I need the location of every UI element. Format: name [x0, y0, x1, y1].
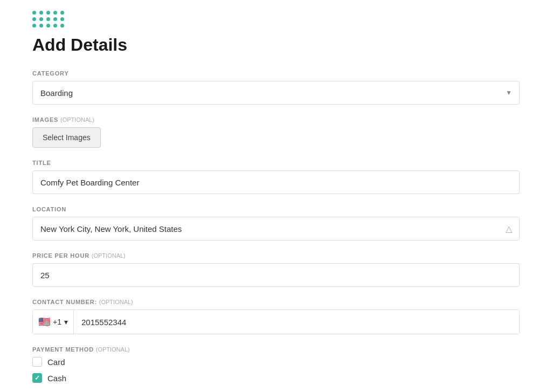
payment-option-cash[interactable]: Cash — [32, 373, 520, 383]
card-checkbox[interactable] — [32, 357, 42, 367]
dot — [46, 11, 50, 15]
dot — [32, 24, 36, 27]
dot — [53, 11, 57, 15]
title-label: TITLE — [32, 160, 520, 166]
price-section: PRICE PER HOUR (OPTIONAL) — [32, 252, 520, 287]
dot — [32, 11, 36, 15]
dot — [53, 17, 57, 21]
select-images-button[interactable]: Select Images — [32, 127, 101, 148]
location-label: LOCATION — [32, 206, 520, 212]
phone-wrapper: 🇺🇸 +1 ▾ — [32, 310, 520, 334]
phone-dropdown-icon: ▾ — [64, 318, 68, 326]
location-icon: △ — [506, 224, 512, 234]
dot — [39, 17, 43, 21]
payment-section: PAYMENT METHOD (OPTIONAL) Card Cash — [32, 346, 520, 383]
images-label: IMAGES (OPTIONAL) — [32, 116, 520, 123]
dot — [39, 11, 43, 15]
dot — [60, 11, 64, 15]
location-input[interactable] — [32, 217, 520, 240]
category-section: CATEGORY Boarding Grooming Training Dayc… — [32, 70, 520, 105]
dot — [53, 24, 57, 27]
payment-label: PAYMENT METHOD (OPTIONAL) — [32, 346, 520, 353]
dot — [60, 17, 64, 21]
country-code: +1 — [53, 318, 61, 326]
title-section: TITLE — [32, 160, 520, 194]
page-title: Add Details — [32, 35, 520, 55]
phone-prefix[interactable]: 🇺🇸 +1 ▾ — [33, 310, 74, 334]
images-section: IMAGES (OPTIONAL) Select Images — [32, 116, 520, 148]
page-container: Add Details CATEGORY Boarding Grooming T… — [0, 0, 552, 392]
dot — [46, 24, 50, 27]
dot — [32, 17, 36, 21]
category-select-wrapper: Boarding Grooming Training Daycare Walki… — [32, 81, 520, 105]
price-input[interactable] — [32, 263, 520, 287]
card-label: Card — [47, 357, 65, 367]
location-section: LOCATION △ — [32, 206, 520, 240]
cash-checkbox[interactable] — [32, 373, 42, 383]
category-label: CATEGORY — [32, 70, 520, 77]
cash-label: Cash — [47, 374, 66, 383]
category-select[interactable]: Boarding Grooming Training Daycare Walki… — [32, 81, 520, 105]
dot — [46, 17, 50, 21]
payment-option-card[interactable]: Card — [32, 357, 520, 367]
location-wrapper: △ — [32, 217, 520, 240]
flag-icon: 🇺🇸 — [38, 316, 50, 328]
dot — [39, 24, 43, 27]
phone-input[interactable] — [74, 310, 519, 334]
dots-decoration — [32, 11, 520, 27]
price-label: PRICE PER HOUR (OPTIONAL) — [32, 252, 520, 259]
contact-section: CONTACT NUMBER: (OPTIONAL) 🇺🇸 +1 ▾ — [32, 299, 520, 334]
payment-methods-list: Card Cash — [32, 357, 520, 383]
contact-label: CONTACT NUMBER: (OPTIONAL) — [32, 299, 520, 305]
title-input[interactable] — [32, 170, 520, 194]
dot — [60, 24, 64, 27]
